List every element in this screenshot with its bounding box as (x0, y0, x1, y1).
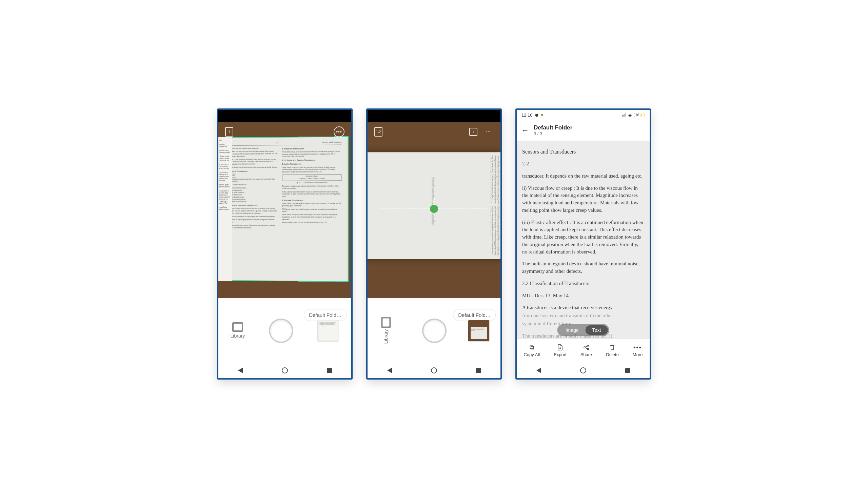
export-icon (557, 344, 563, 351)
library-label: Library (383, 329, 389, 344)
screen-capture-leveling: 1-2 + ⋮ Sensors and Transducers 2-2 M&C.… (366, 108, 502, 380)
nav-recents-icon[interactable] (327, 368, 332, 373)
ocr-date-line: MU - Dec. 13, May 14 (522, 292, 644, 300)
android-nav-bar (218, 363, 351, 378)
action-delete[interactable]: Delete (606, 344, 619, 357)
library-icon (233, 323, 242, 331)
nav-home-icon[interactable] (282, 367, 288, 373)
signal-icon (623, 113, 626, 117)
image-text-toggle[interactable]: Image Text (557, 324, 609, 336)
nav-back-icon[interactable] (387, 368, 392, 373)
action-export[interactable]: Export (554, 344, 567, 357)
camera-bottom-panel: Default Fold… Library transducer depends… (218, 298, 351, 363)
status-dot-icon (541, 114, 543, 116)
book-header-right: Sensors and Transducers (322, 141, 342, 144)
ocr-para-3: (iii) Elastic after effect : It is a con… (522, 219, 644, 256)
svg-point-1 (584, 347, 585, 348)
wifi-icon: ◈ (628, 113, 632, 118)
status-time: 12:10 (521, 113, 533, 118)
ocr-para-5b: from one system and transmits it to the … (522, 312, 644, 320)
library-icon (382, 318, 390, 327)
action-more[interactable]: ••• More (633, 344, 643, 357)
action-share[interactable]: Share (580, 344, 592, 357)
trash-icon (610, 344, 615, 351)
folder-title: Default Folder (534, 124, 572, 131)
copy-icon: ⧉ (530, 344, 534, 351)
bottom-action-bar: ⧉ Copy All Export Share Delete ••• More (517, 338, 650, 363)
ocr-para-4: The built-in integrated device should ha… (522, 260, 644, 275)
android-nav-bar (517, 363, 650, 378)
nav-home-icon[interactable] (431, 367, 437, 373)
last-capture-thumbnail[interactable]: sensors transducers classification mecha… (468, 320, 490, 342)
camera-status-icon: ⏺ (535, 113, 539, 118)
more-icon: ••• (633, 344, 642, 351)
toggle-text[interactable]: Text (586, 325, 608, 335)
page-count-badge[interactable]: 1-2 (374, 127, 382, 137)
level-hint-text: Level camera for best quality (432, 178, 436, 225)
shutter-button[interactable] (422, 319, 447, 343)
camera-viewport: 1-2 + ⋮ Sensors and Transducers 2-2 M&C.… (368, 110, 500, 298)
ocr-para-5a: A transducer is a device that receives e… (522, 304, 644, 311)
ocr-text-content[interactable]: Sensors and Transducers 2-2 transducer. … (517, 141, 650, 338)
status-black-bar (218, 110, 351, 122)
screen-capture-aligned: 1 ••• cerssectionphotoelecttransformerst… (217, 108, 353, 380)
status-black-bar (368, 110, 500, 122)
ocr-heading: Sensors and Transducers (522, 148, 644, 156)
svg-point-2 (587, 348, 589, 350)
app-header: ← Default Folder 3 / 3 (517, 120, 650, 141)
nav-back-icon[interactable] (536, 368, 541, 373)
ocr-para-2: ii) Viscous flow or creep : It is due to… (522, 185, 644, 214)
action-copy-all[interactable]: ⧉ Copy All (524, 344, 540, 357)
nav-recents-icon[interactable] (625, 368, 630, 373)
page-indicator: 3 / 3 (534, 131, 572, 136)
camera-viewport: 1 ••• cerssectionphotoelecttransformerst… (218, 110, 351, 298)
ocr-page-no: 2-2 (522, 160, 644, 168)
last-capture-thumbnail[interactable]: transducer depends on raw material used … (317, 320, 339, 342)
android-nav-bar (368, 363, 500, 378)
svg-point-0 (587, 345, 589, 346)
status-bar: 12:10 ⏺ ◈ 16⚡ (517, 110, 650, 120)
book-left-page-sliver: cerssectionphotoelecttransformersthermoc… (218, 137, 232, 281)
nav-recents-icon[interactable] (476, 368, 481, 373)
more-options-icon[interactable]: ⋮ (483, 126, 494, 137)
ocr-section-title: 2.2 Classification of Transducers (522, 280, 644, 287)
camera-bottom-panel: Default Fold… Library sensors transducer… (368, 298, 500, 363)
nav-home-icon[interactable] (580, 367, 586, 373)
page-count-badge[interactable]: 1 (225, 127, 233, 137)
shutter-button[interactable] (269, 319, 293, 343)
battery-indicator: 16⚡ (634, 113, 645, 117)
captured-book-page: M&C (MU-S&TC) 2-2 Sensors and Transducer… (218, 136, 349, 282)
screen-ocr-text-view: 12:10 ⏺ ◈ 16⚡ ← Default Folder 3 / 3 Sen… (515, 108, 651, 380)
library-button[interactable]: Library (375, 327, 401, 335)
nav-back-icon[interactable] (238, 368, 243, 373)
toggle-image[interactable]: Image (559, 325, 586, 335)
book-header-page: 2-2 (275, 142, 278, 144)
ocr-para-1: transducer. It depends on the raw materi… (522, 172, 644, 180)
library-label: Library (231, 333, 245, 339)
share-icon (583, 344, 589, 351)
more-options-icon[interactable]: ••• (334, 126, 344, 137)
level-indicator-dot (430, 205, 438, 213)
library-button[interactable]: Library (231, 323, 245, 339)
back-arrow-icon[interactable]: ← (521, 126, 529, 135)
add-page-icon[interactable]: + (469, 128, 477, 136)
